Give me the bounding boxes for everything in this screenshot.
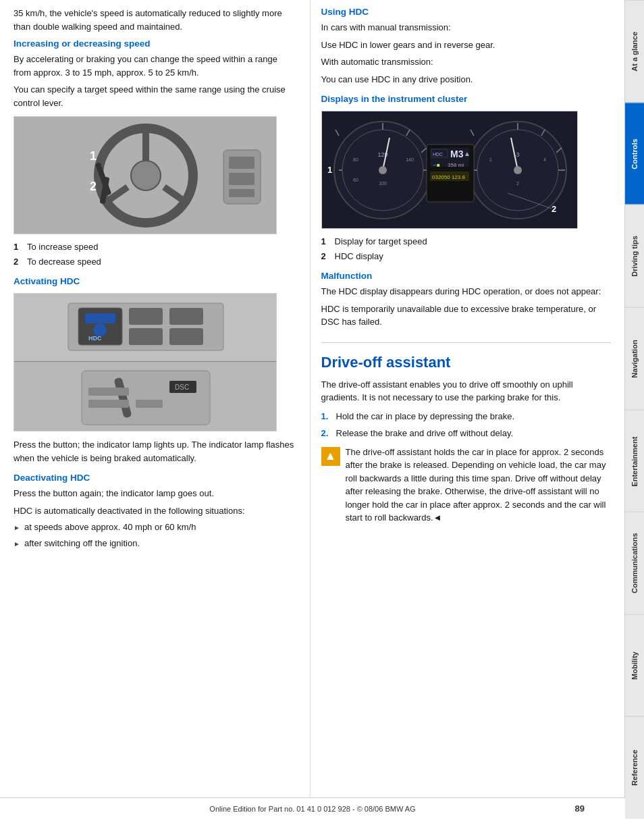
cluster-item-2: 2 HDC display: [321, 250, 612, 263]
drive-off-steps: 1. Hold the car in place by depressing t…: [321, 410, 612, 440]
bullet-icon-2: ►: [14, 539, 20, 550]
cluster-items-list: 1 Display for target speed 2 HDC display: [321, 236, 612, 263]
intro-text: 35 km/h, the vehicle's speed is automati…: [14, 7, 296, 33]
using-hdc-title: Using HDC: [321, 7, 612, 17]
tab-entertainment[interactable]: Entertainment: [625, 410, 644, 512]
svg-text:032050  123.8: 032050 123.8: [432, 174, 465, 180]
tab-at-a-glance[interactable]: At a glance: [625, 0, 644, 103]
tab-navigation[interactable]: Navigation: [625, 307, 644, 410]
cluster-svg: 120 100 80 60 140: [322, 111, 577, 229]
svg-rect-17: [85, 313, 115, 323]
svg-text:▲: ▲: [464, 150, 471, 157]
steering-svg: 1 2: [14, 116, 276, 234]
svg-text:M3: M3: [450, 149, 464, 159]
svg-text:358 mi: 358 mi: [448, 162, 464, 168]
cluster-item-1-text: Display for target speed: [335, 236, 427, 248]
activating-hdc-body: Press the button; the indicator lamp lig…: [14, 438, 296, 465]
item-1-num: 1: [14, 241, 23, 253]
hdc-svg: HDC DSC: [14, 293, 276, 431]
malfunction-body1: The HDC display disappears during HDC op…: [321, 285, 612, 298]
tab-reference[interactable]: Reference: [625, 716, 644, 819]
using-hdc-body4: You can use HDC in any drive position.: [321, 73, 612, 86]
malfunction-body2: HDC is temporarily unavailable due to ex…: [321, 302, 612, 329]
step-2-text: Release the brake and drive off without …: [336, 427, 514, 440]
item-1-text: To increase speed: [27, 241, 99, 253]
using-hdc-body2: Use HDC in lower gears and in reverse ge…: [321, 38, 612, 52]
deactivating-bullets: ► at speeds above approx. 40 mph or 60 k…: [14, 521, 296, 549]
increasing-speed-body1: By accelerating or braking you can chang…: [14, 53, 296, 79]
svg-rect-22: [129, 328, 163, 345]
cluster-item-2-num: 2: [321, 250, 331, 263]
item-2-num: 2: [14, 256, 23, 268]
hdc-diagram: HDC DSC: [14, 293, 277, 431]
svg-text:80: 80: [353, 157, 358, 162]
bullet-2: ► after switching off the ignition.: [14, 537, 296, 550]
svg-point-48: [379, 166, 387, 174]
svg-text:→■: →■: [431, 162, 440, 168]
right-column: Using HDC In cars with manual transmissi…: [311, 0, 625, 819]
cluster-item-2-text: HDC display: [335, 250, 383, 263]
increasing-speed-body2: You can specify a target speed within th…: [14, 83, 296, 109]
tab-communications[interactable]: Communications: [625, 512, 644, 614]
warning-icon: ▲: [321, 447, 340, 466]
step-1-text: Hold the car in place by depressing the …: [336, 410, 515, 423]
svg-point-2: [131, 161, 161, 190]
warning-box: ▲ The drive-off assistant holds the car …: [321, 446, 612, 529]
bullet-icon-1: ►: [14, 523, 20, 533]
svg-text:3: 3: [516, 151, 519, 158]
deactivating-hdc-title: Deactivating HDC: [14, 473, 296, 483]
svg-rect-26: [82, 371, 210, 425]
svg-text:100: 100: [379, 181, 387, 186]
bullet-1: ► at speeds above approx. 40 mph or 60 k…: [14, 521, 296, 533]
increasing-speed-list: 1 To increase speed 2 To decrease speed: [14, 241, 296, 268]
malfunction-title: Malfunction: [321, 271, 612, 281]
list-item-2: 2 To decrease speed: [14, 256, 296, 268]
svg-text:DSC: DSC: [175, 384, 189, 391]
page-number: 89: [575, 803, 585, 814]
svg-text:1: 1: [489, 157, 492, 162]
left-column: 35 km/h, the vehicle's speed is automati…: [0, 0, 311, 819]
cluster-diagram: 120 100 80 60 140: [321, 111, 578, 229]
svg-rect-11: [229, 157, 254, 169]
svg-rect-32: [136, 400, 163, 408]
drive-off-step-1: 1. Hold the car in place by depressing t…: [321, 410, 612, 423]
steering-diagram: 1 2: [14, 116, 277, 234]
using-hdc-body1: In cars with manual transmission:: [321, 21, 612, 34]
main-content: 35 km/h, the vehicle's speed is automati…: [0, 0, 625, 819]
page-wrapper: 35 km/h, the vehicle's speed is automati…: [0, 0, 644, 819]
deactivating-hdc-body1: Press the button again; the indicator la…: [14, 487, 296, 500]
list-item-1: 1 To increase speed: [14, 241, 296, 253]
deactivating-hdc-body2: HDC is automatically deactivated in the …: [14, 504, 296, 518]
svg-text:1: 1: [327, 165, 332, 175]
increasing-speed-title: Increasing or decreasing speed: [14, 38, 296, 49]
svg-rect-23: [169, 328, 203, 345]
svg-text:2: 2: [516, 181, 519, 186]
svg-rect-31: [88, 400, 129, 408]
svg-text:HDC: HDC: [433, 152, 443, 157]
sidebar-tabs: At a glance Controls Driving tips Naviga…: [625, 0, 644, 819]
bullet-text-1: at speeds above approx. 40 mph or 60 km/…: [24, 521, 196, 533]
svg-text:1: 1: [90, 149, 97, 163]
bullet-text-2: after switching off the ignition.: [24, 537, 140, 550]
displays-cluster-title: Displays in the instrument cluster: [321, 94, 612, 104]
drive-off-intro: The drive-off assistant enables you to d…: [321, 378, 612, 404]
tab-driving-tips[interactable]: Driving tips: [625, 205, 644, 307]
step-2-num: 2.: [321, 427, 332, 440]
tab-mobility[interactable]: Mobility: [625, 614, 644, 717]
footer-text: Online Edition for Part no. 01 41 0 012 …: [209, 805, 415, 813]
svg-rect-30: [88, 388, 129, 396]
item-2-text: To decrease speed: [27, 256, 101, 268]
drive-off-title: Drive-off assistant: [321, 342, 612, 371]
svg-text:2: 2: [552, 204, 556, 214]
svg-text:HDC: HDC: [88, 335, 102, 342]
svg-text:60: 60: [353, 178, 358, 182]
svg-text:140: 140: [406, 157, 414, 162]
activating-hdc-title: Activating HDC: [14, 276, 296, 286]
svg-rect-21: [169, 308, 203, 325]
footer: Online Edition for Part no. 01 41 0 012 …: [0, 797, 625, 819]
cluster-item-1: 1 Display for target speed: [321, 236, 612, 248]
svg-text:4: 4: [543, 157, 546, 162]
svg-rect-13: [229, 189, 254, 197]
drive-off-step-2: 2. Release the brake and drive off witho…: [321, 427, 612, 440]
tab-controls[interactable]: Controls: [625, 103, 644, 205]
